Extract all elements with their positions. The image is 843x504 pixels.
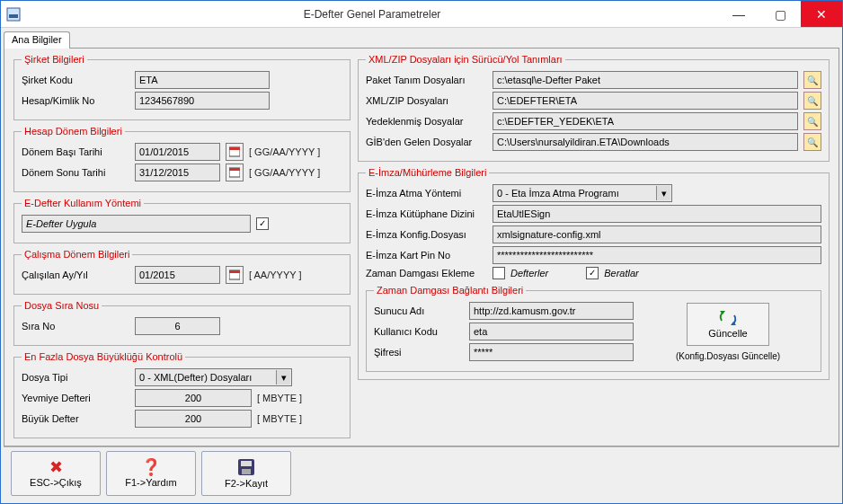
update-button-label: Güncelle <box>708 328 747 339</box>
left-column: Şirket Bilgileri Şirket Kodu ETA Hesap/K… <box>13 54 351 440</box>
group-paths: XML/ZIP Dosyaları için Sürücü/Yol Tanıml… <box>358 54 830 162</box>
folder-icon[interactable]: 🔍 <box>803 71 821 89</box>
maximize-button[interactable]: ▢ <box>759 1 801 27</box>
refresh-icon <box>718 310 738 326</box>
label-period-start: Dönem Başı Tarihi <box>22 146 129 157</box>
app-icon <box>1 7 26 22</box>
folder-icon[interactable]: 🔍 <box>803 112 821 130</box>
label-seq: Sıra No <box>22 321 129 332</box>
f1-help-label: F1->Yardım <box>125 477 177 488</box>
hint-period-start: [ GG/AA/YYYY ] <box>249 146 320 157</box>
checkbox-usage[interactable] <box>256 217 269 230</box>
hint-workperiod: [ AA/YYYY ] <box>249 270 302 280</box>
unit-journal: [ MBYTE ] <box>257 393 302 403</box>
field-xml-path[interactable]: C:\EDEFTER\ETA <box>492 92 798 110</box>
chevron-down-icon: ▾ <box>656 186 670 200</box>
calendar-icon[interactable] <box>226 164 244 181</box>
field-ts-server[interactable]: http://zd.kamusm.gov.tr <box>469 302 634 320</box>
content-area: Ana Bilgiler Şirket Bilgileri Şirket Kod… <box>1 28 842 503</box>
legend-usage: E-Defter Kullanım Yöntemi <box>22 198 144 208</box>
legend-seq: Dosya Sıra Nosu <box>22 300 102 311</box>
group-tsconn: Zaman Damgası Bağlantı Bilgileri Sunucu … <box>366 285 821 372</box>
save-icon <box>237 458 255 476</box>
tab-strip: Ana Bilgiler <box>4 31 839 49</box>
esc-exit-label: ESC->Çıkış <box>30 477 82 488</box>
legend-period: Hesap Dönem Bilgileri <box>22 126 125 137</box>
tab-ana-bilgiler[interactable]: Ana Bilgiler <box>4 31 70 49</box>
window-title: E-Defter Genel Parametreler <box>26 8 718 21</box>
checkbox-defterler[interactable] <box>492 267 505 279</box>
label-ts-server: Sunucu Adı <box>374 305 464 316</box>
f2-save-button[interactable]: F2->Kayıt <box>201 451 291 496</box>
folder-icon[interactable]: 🔍 <box>803 92 821 110</box>
select-filetype[interactable]: 0 - XML(Defter) Dosyaları ▾ <box>135 368 292 386</box>
label-ts-pwd: Şifresi <box>374 347 464 358</box>
group-period: Hesap Dönem Bilgileri Dönem Başı Tarihi … <box>13 126 351 192</box>
label-ts-add: Zaman Damgası Ekleme <box>366 268 487 279</box>
bottom-toolbar: ✖ ESC->Çıkış ❓ F1->Yardım F2->Kayıt <box>4 447 839 500</box>
group-company: Şirket Bilgileri Şirket Kodu ETA Hesap/K… <box>13 54 351 120</box>
close-icon: ✖ <box>49 459 63 475</box>
field-ts-pwd[interactable]: ***** <box>469 343 634 361</box>
label-beratlar: Beratlar <box>604 268 639 279</box>
label-workperiod: Çalışılan Ay/Yıl <box>22 270 129 280</box>
group-filesize: En Fazla Dosya Büyüklüğü Kontrolü Dosya … <box>13 351 351 438</box>
label-ledger: Büyük Defter <box>22 413 129 424</box>
calendar-icon[interactable] <box>226 143 244 161</box>
titlebar: E-Defter Genel Parametreler — ▢ ✕ <box>1 1 842 28</box>
legend-paths: XML/ZIP Dosyaları için Sürücü/Yol Tanıml… <box>366 54 565 65</box>
legend-filesize: En Fazla Dosya Büyüklüğü Kontrolü <box>22 351 185 362</box>
label-account-no: Hesap/Kimlik No <box>22 95 129 106</box>
field-account-no[interactable]: 1234567890 <box>135 92 270 110</box>
window-buttons: — ▢ ✕ <box>718 1 842 27</box>
label-period-end: Dönem Sonu Tarihi <box>22 167 129 178</box>
legend-tsconn: Zaman Damgası Bağlantı Bilgileri <box>374 285 526 296</box>
svg-rect-5 <box>229 168 240 171</box>
field-seq[interactable]: 6 <box>135 317 220 335</box>
label-bak-path: Yedeklenmiş Dosyalar <box>366 116 487 127</box>
field-esign-pin[interactable]: ************************* <box>492 246 821 264</box>
field-ts-user[interactable]: eta <box>469 323 634 340</box>
folder-icon[interactable]: 🔍 <box>803 133 821 151</box>
label-xml-path: XML/ZIP Dosyaları <box>366 95 487 106</box>
checkbox-beratlar[interactable] <box>586 267 599 279</box>
label-defterler: Defterler <box>510 268 548 279</box>
unit-ledger: [ MBYTE ] <box>257 413 302 424</box>
app-window: E-Defter Genel Parametreler — ▢ ✕ Ana Bi… <box>0 0 843 504</box>
field-journal[interactable]: 200 <box>135 389 252 407</box>
f1-help-button[interactable]: ❓ F1->Yardım <box>106 451 196 496</box>
svg-rect-7 <box>229 270 240 273</box>
group-seq: Dosya Sıra Nosu Sıra No 6 <box>13 300 351 346</box>
field-pkg-path[interactable]: c:\etasql\e-Defter Paket <box>492 71 798 89</box>
right-column: XML/ZIP Dosyaları için Sürücü/Yol Tanıml… <box>358 54 830 440</box>
hint-period-end: [ GG/AA/YYYY ] <box>249 167 320 178</box>
svg-rect-1 <box>9 14 18 18</box>
svg-rect-3 <box>229 147 240 150</box>
help-icon: ❓ <box>141 459 161 475</box>
label-esign-method: E-İmza Atma Yöntemi <box>366 188 487 199</box>
field-esign-cfg[interactable]: xmlsignature-config.xml <box>492 225 821 243</box>
main-area: Şirket Bilgileri Şirket Kodu ETA Hesap/K… <box>4 49 839 447</box>
field-bak-path[interactable]: c:\EDEFTER_YEDEK\ETA <box>492 112 798 130</box>
label-company-code: Şirket Kodu <box>22 75 129 85</box>
update-button[interactable]: Güncelle <box>687 303 769 346</box>
field-period-start[interactable]: 01/01/2015 <box>135 143 220 161</box>
svg-rect-12 <box>242 469 251 474</box>
field-gib-path[interactable]: C:\Users\nursalyildiran.ETA\Downloads <box>492 133 798 151</box>
field-period-end[interactable]: 31/12/2015 <box>135 164 220 181</box>
svg-rect-11 <box>241 461 252 466</box>
calendar-icon[interactable] <box>226 266 244 284</box>
chevron-down-icon: ▾ <box>276 370 290 385</box>
select-esign-method-value: 0 - Eta İmza Atma Programı <box>497 188 619 199</box>
field-workperiod[interactable]: 01/2015 <box>135 266 220 284</box>
close-button[interactable]: ✕ <box>801 1 842 27</box>
label-ts-user: Kullanıcı Kodu <box>374 326 464 337</box>
field-company-code[interactable]: ETA <box>135 71 270 89</box>
legend-workperiod: Çalışma Dönem Bilgileri <box>22 249 132 260</box>
field-esign-lib[interactable]: EtaUtlESign <box>492 205 821 223</box>
field-ledger[interactable]: 200 <box>135 410 252 428</box>
minimize-button[interactable]: — <box>718 1 759 27</box>
field-usage[interactable]: E-Defter Uygula <box>22 215 251 233</box>
select-esign-method[interactable]: 0 - Eta İmza Atma Programı ▾ <box>492 184 672 202</box>
esc-exit-button[interactable]: ✖ ESC->Çıkış <box>11 451 101 496</box>
